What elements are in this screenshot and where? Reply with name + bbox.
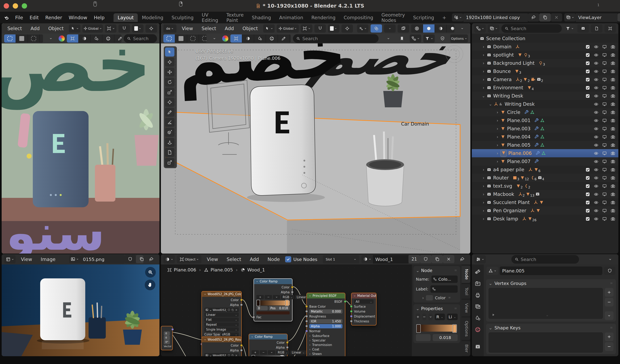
input-socket[interactable] [350,305,353,308]
shader-menu-view[interactable]: View [203,256,221,263]
toggle-screen[interactable] [600,53,609,57]
toggle-screen[interactable] [600,102,609,106]
output-socket[interactable] [240,303,243,306]
ramp-add-button[interactable] [256,295,264,299]
output-socket[interactable] [286,346,289,349]
use-nodes-toggle[interactable]: Use Nodes [285,256,317,262]
ramp-gradient[interactable] [256,301,290,305]
node-color-ramp-1[interactable]: Color RampColorAlphaRGB⌄Linear⌄0Pos0.018… [253,278,293,321]
toggle-eye[interactable] [592,94,600,98]
sidebar-tab-tool[interactable]: Tool [462,284,470,299]
ramp-interpolation-dropdown[interactable]: Linear⌄ [290,350,306,355]
breadcrumb-item[interactable]: Wood_1 [240,267,265,273]
ramp-handle-left[interactable] [252,355,255,356]
view-layer-name-field[interactable]: ViewLayer [576,13,618,22]
expand-toggle[interactable]: › [494,159,500,164]
outliner-row-desk-lamp[interactable]: ›Desk lamp26 [472,215,618,223]
viewport-ball1-button[interactable] [242,34,254,43]
toggle-eye[interactable] [592,69,600,74]
shader-menu-select[interactable]: Select [223,256,245,263]
toggle-screen[interactable] [600,216,609,221]
toggle-eye[interactable] [592,102,600,106]
toggle-screen[interactable] [600,61,609,66]
outliner-row-scene-collection[interactable]: Scene Collection [472,34,618,43]
mapping-value-field[interactable]: 0 [164,336,170,340]
snap-toggle[interactable] [314,24,326,32]
ramp-blank-field[interactable] [416,334,431,341]
input-socket[interactable] [350,315,353,318]
outliner-row-router[interactable]: ›Router31264 [472,174,618,182]
ramp-mode-dropdown[interactable]: R⌄ [435,314,445,320]
expand-toggle[interactable]: ⌄ [487,102,494,106]
toggle-camera[interactable] [609,77,617,82]
select-subtract-button[interactable] [28,34,39,43]
expand-toggle[interactable]: › [494,110,500,115]
input-socket[interactable] [350,310,353,313]
image-menu-image[interactable]: Image [37,256,59,263]
toggle-screen[interactable] [600,143,609,148]
toggle-camera[interactable] [609,192,617,197]
tab-layout[interactable]: Layout [114,13,138,22]
image-datablock-chip[interactable]: ⌄Wood052_2K-... [204,353,239,356]
outliner-filter-settings-button[interactable] [604,24,616,32]
toggle-checkbox[interactable] [584,69,592,74]
overlays-dropdown[interactable] [384,24,396,32]
outliner-row-domain[interactable]: ›Domain [472,43,618,51]
input-socket[interactable] [252,316,255,318]
menu-help[interactable]: Help [91,14,108,21]
toggle-checkbox[interactable] [584,85,592,90]
breadcrumb-item[interactable]: Plane.006 [167,267,196,273]
toggle-eye[interactable] [592,118,600,123]
select-set-button[interactable] [4,34,16,43]
ramp-color-mode-dropdown[interactable]: RGB⌄ [281,295,294,299]
sidebar-tab-node[interactable]: Node [462,266,470,283]
toggle-camera[interactable] [609,94,617,98]
toggle-eye[interactable] [592,53,600,57]
outliner-library-button[interactable] [591,24,602,32]
annotation-dropdown[interactable] [383,34,394,43]
input-socket[interactable] [305,315,308,318]
viewport-search[interactable]: Search [293,34,379,43]
viewport-object-types-button[interactable] [67,34,78,43]
select-difference-button[interactable] [40,34,43,43]
viewport-menu-add[interactable]: Add [222,25,237,32]
viewport-brush-button[interactable] [114,34,122,43]
properties-editor-type-dropdown[interactable] [474,255,486,263]
outliner-row-circle[interactable]: ›Circle [472,108,618,116]
material-slot-dropdown[interactable]: Slot 1 [323,255,359,263]
toggle-screen[interactable] [600,45,609,49]
toggle-eye[interactable] [592,159,600,164]
outliner-row-camera[interactable]: ›Camera222 [472,75,618,84]
node-mapping[interactable]: 000°Vector [161,326,173,350]
node-principled-bsdf[interactable]: Principled BSDFBSDFBase ColorMetallic0.0… [306,293,345,356]
tool-custom-tool-2-button[interactable] [165,158,174,167]
toggle-screen[interactable] [600,184,609,188]
expand-toggle[interactable]: › [480,167,487,172]
scene-duplicate-button[interactable] [539,13,551,21]
outliner-search[interactable]: Search [501,24,562,33]
ramp-gradient[interactable] [251,356,285,356]
toggle-camera[interactable] [609,200,617,205]
toggle-camera[interactable] [609,143,617,148]
toggle-checkbox[interactable] [584,45,592,49]
viewport-ball2-button[interactable] [91,34,102,43]
viewport-ball1-button[interactable] [79,34,90,43]
shader-type-dropdown[interactable]: Object [177,255,202,263]
viewport-menu-select[interactable]: Select [4,25,25,32]
toggle-camera[interactable] [609,184,617,188]
ramp-delete-button[interactable] [264,295,272,299]
shading-dropdown[interactable] [456,24,468,32]
viewport-menu-object[interactable]: Object [45,25,67,32]
toggle-eye[interactable] [592,167,600,172]
toggle-camera[interactable] [609,69,617,74]
view-layer-icon-button[interactable] [564,13,576,21]
select-subtract-button[interactable] [187,34,199,43]
outliner-filter-id-dropdown[interactable] [488,24,499,32]
toggle-camera[interactable] [609,110,617,115]
tool-fallback-dropdown[interactable] [69,24,80,32]
toggle-camera[interactable] [609,151,617,156]
ramp-remove-button[interactable] [422,314,427,320]
toggle-screen[interactable] [600,126,609,131]
input-socket[interactable] [305,330,308,332]
datablock-name-field[interactable]: Plane.005 [500,267,602,275]
